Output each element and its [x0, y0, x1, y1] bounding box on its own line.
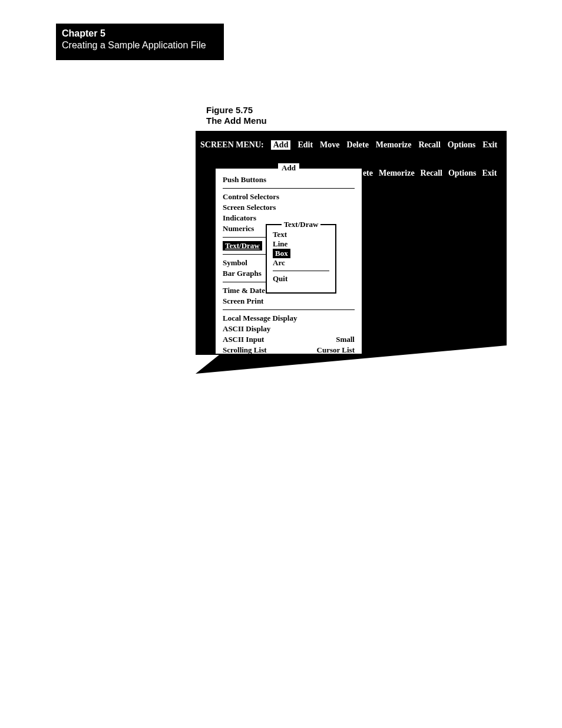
svg-marker-1 [196, 355, 219, 374]
chapter-subtitle: Creating a Sample Application File [62, 40, 218, 51]
figure-caption: Figure 5.75 The Add Menu [206, 105, 267, 126]
chapter-header: Chapter 5 Creating a Sample Application … [56, 24, 224, 60]
chapter-number: Chapter 5 [62, 28, 218, 39]
figure-title: The Add Menu [206, 116, 267, 126]
figure-number: Figure 5.75 [206, 105, 267, 116]
svg-marker-0 [196, 345, 507, 374]
perspective-cut [196, 131, 507, 378]
